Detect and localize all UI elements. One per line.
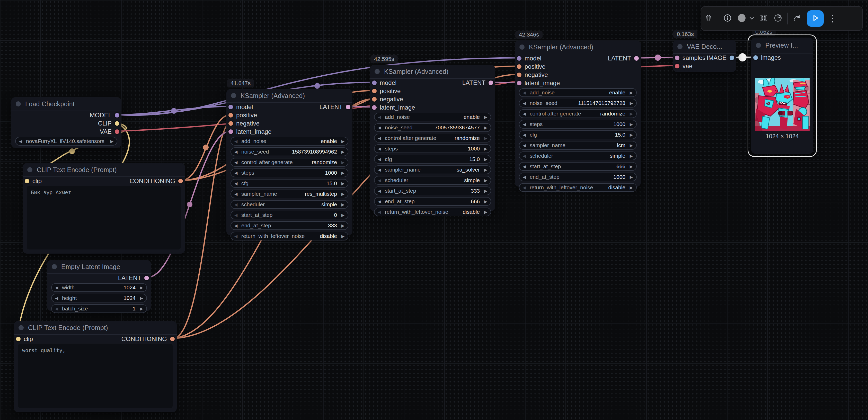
widget-left-arrow[interactable]: ◀ bbox=[523, 152, 526, 160]
widget-right-arrow[interactable]: ▶ bbox=[630, 89, 633, 96]
input-port-latent_image[interactable] bbox=[517, 81, 522, 86]
widget-left-arrow[interactable]: ◀ bbox=[378, 187, 381, 195]
widget-left-arrow[interactable]: ◀ bbox=[523, 99, 526, 107]
widget-right-arrow[interactable]: ▶ bbox=[630, 120, 633, 128]
output-port-VAE[interactable] bbox=[115, 129, 119, 134]
widget-noise_seed[interactable]: ◀noise_seed1115147015792728▶ bbox=[519, 99, 637, 107]
widget-right-arrow[interactable]: ▶ bbox=[341, 137, 344, 145]
widget-width[interactable]: ◀width1024▶ bbox=[51, 283, 147, 292]
canvas-menu-button[interactable] bbox=[771, 10, 785, 27]
collapse-dot[interactable] bbox=[52, 264, 57, 269]
fit-view-button[interactable] bbox=[756, 10, 771, 27]
widget-right-arrow[interactable]: ▶ bbox=[484, 113, 487, 121]
widget-control_after_generate[interactable]: ◀control after generaterandomize▶ bbox=[374, 134, 491, 142]
output-port-LATENT[interactable] bbox=[346, 105, 350, 109]
widget-add_noise[interactable]: ◀add_noiseenable▶ bbox=[374, 112, 491, 121]
input-port-latent_image[interactable] bbox=[372, 105, 377, 110]
widget-cfg[interactable]: ◀cfg15.0▶ bbox=[374, 155, 491, 164]
collapse-dot[interactable] bbox=[756, 43, 761, 48]
widget-left-arrow[interactable]: ◀ bbox=[523, 110, 526, 118]
widget-start_at_step[interactable]: ◀start_at_step666▶ bbox=[519, 162, 637, 171]
collapse-dot[interactable] bbox=[519, 44, 525, 50]
user-menu[interactable] bbox=[735, 10, 756, 27]
node-graph-canvas[interactable]: Load CheckpointMODELCLIPVAE◀novaFurryXL_… bbox=[0, 0, 868, 420]
widget-left-arrow[interactable]: ◀ bbox=[523, 141, 526, 149]
widget-left-arrow[interactable]: ◀ bbox=[235, 190, 238, 198]
widget-add_noise[interactable]: ◀add_noiseenable▶ bbox=[230, 137, 348, 146]
widget-sampler_name[interactable]: ◀sampler_namelcm▶ bbox=[519, 141, 637, 150]
output-port-CLIP[interactable] bbox=[115, 121, 119, 126]
widget-left-arrow[interactable]: ◀ bbox=[523, 89, 526, 96]
widget-scheduler[interactable]: ◀schedulersimple▶ bbox=[230, 200, 348, 209]
widget-right-arrow[interactable]: ▶ bbox=[630, 141, 633, 149]
widget-start_at_step[interactable]: ◀start_at_step0▶ bbox=[230, 211, 348, 219]
widget-right-arrow[interactable]: ▶ bbox=[630, 152, 633, 160]
node-titlebar[interactable]: VAE Deco... bbox=[673, 40, 736, 54]
input-port-clip[interactable] bbox=[25, 179, 29, 183]
input-port-model[interactable] bbox=[517, 56, 522, 61]
widget-left-arrow[interactable]: ◀ bbox=[235, 148, 238, 156]
widget-right-arrow[interactable]: ▶ bbox=[140, 305, 143, 313]
widget-left-arrow[interactable]: ◀ bbox=[523, 120, 526, 128]
widget-right-arrow[interactable]: ▶ bbox=[630, 173, 633, 181]
widget-steps[interactable]: ◀steps1000▶ bbox=[519, 120, 637, 129]
widget-left-arrow[interactable]: ◀ bbox=[523, 163, 526, 170]
widget-left-arrow[interactable]: ◀ bbox=[378, 124, 381, 131]
node-titlebar[interactable]: CLIP Text Encode (Prompt) bbox=[23, 163, 185, 177]
node-titlebar[interactable]: KSampler (Advanced) bbox=[226, 89, 352, 103]
info-button[interactable] bbox=[720, 10, 735, 27]
widget-left-arrow[interactable]: ◀ bbox=[378, 197, 381, 205]
widget-right-arrow[interactable]: ▶ bbox=[341, 190, 344, 198]
widget-control_after_generate[interactable]: ◀control after generaterandomize▶ bbox=[230, 158, 348, 167]
widget-sampler_name[interactable]: ◀sampler_namesa_solver▶ bbox=[374, 165, 491, 174]
widget-left-arrow[interactable]: ◀ bbox=[55, 294, 58, 302]
widget-left-arrow[interactable]: ◀ bbox=[55, 305, 58, 313]
widget-right-arrow[interactable]: ▶ bbox=[341, 211, 344, 219]
node-vae[interactable]: 0.163sVAE Deco...samplesIMAGEvae bbox=[673, 40, 736, 72]
input-port-negative[interactable] bbox=[372, 97, 377, 102]
node-titlebar[interactable]: KSampler (Advanced) bbox=[370, 65, 495, 79]
collapse-dot[interactable] bbox=[16, 101, 21, 106]
widget-scheduler[interactable]: ◀schedulersimple▶ bbox=[519, 152, 637, 160]
widget-left-arrow[interactable]: ◀ bbox=[235, 169, 238, 177]
widget-left-arrow[interactable]: ◀ bbox=[523, 173, 526, 181]
node-titlebar[interactable]: Preview I... bbox=[751, 37, 813, 54]
widget-right-arrow[interactable]: ▶ bbox=[630, 131, 633, 139]
output-port-LATENT[interactable] bbox=[144, 276, 149, 280]
widget-left-arrow[interactable]: ◀ bbox=[523, 131, 526, 139]
widget-right-arrow[interactable]: ▶ bbox=[341, 201, 344, 208]
widget-right-arrow[interactable]: ▶ bbox=[341, 180, 344, 187]
delete-button[interactable] bbox=[701, 10, 716, 27]
widget-novaFurryXL_ilV140.safetensors[interactable]: ◀novaFurryXL_ilV140.safetensors▶ bbox=[15, 137, 117, 146]
widget-left-arrow[interactable]: ◀ bbox=[378, 113, 381, 121]
output-port-LATENT[interactable] bbox=[634, 56, 639, 61]
widget-left-arrow[interactable]: ◀ bbox=[235, 158, 238, 166]
widget-end_at_step[interactable]: ◀end_at_step1000▶ bbox=[519, 172, 637, 181]
node-ks2[interactable]: 42.595sKSampler (Advanced)modelLATENTpos… bbox=[370, 65, 495, 211]
widget-right-arrow[interactable]: ▶ bbox=[341, 169, 344, 177]
run-button[interactable] bbox=[807, 10, 824, 27]
input-port-vae[interactable] bbox=[675, 64, 679, 68]
widget-right-arrow[interactable]: ▶ bbox=[484, 124, 487, 131]
widget-right-arrow[interactable]: ▶ bbox=[630, 99, 633, 107]
widget-control_after_generate[interactable]: ◀control after generaterandomize▶ bbox=[519, 109, 637, 118]
widget-right-arrow[interactable]: ▶ bbox=[484, 134, 487, 142]
widget-left-arrow[interactable]: ◀ bbox=[55, 284, 58, 291]
widget-left-arrow[interactable]: ◀ bbox=[378, 145, 381, 153]
input-port-positive[interactable] bbox=[228, 113, 233, 118]
widget-left-arrow[interactable]: ◀ bbox=[378, 208, 381, 216]
node-ks3[interactable]: 42.346sKSampler (Advanced)modelLATENTpos… bbox=[515, 40, 641, 187]
prompt-textarea[interactable]: worst quality, bbox=[18, 344, 173, 408]
node-titlebar[interactable]: CLIP Text Encode (Prompt) bbox=[14, 321, 177, 335]
widget-left-arrow[interactable]: ◀ bbox=[235, 137, 238, 145]
widget-right-arrow[interactable]: ▶ bbox=[484, 187, 487, 195]
redo-button[interactable] bbox=[790, 10, 804, 27]
widget-left-arrow[interactable]: ◀ bbox=[235, 211, 238, 219]
widget-right-arrow[interactable]: ▶ bbox=[341, 148, 344, 156]
widget-right-arrow[interactable]: ▶ bbox=[630, 163, 633, 170]
node-titlebar[interactable]: Load Checkpoint bbox=[11, 97, 121, 111]
node-empty[interactable]: Empty Latent ImageLATENT◀width1024▶◀heig… bbox=[47, 260, 151, 311]
widget-left-arrow[interactable]: ◀ bbox=[235, 232, 238, 240]
input-port-positive[interactable] bbox=[372, 89, 377, 93]
widget-right-arrow[interactable]: ▶ bbox=[484, 166, 487, 173]
